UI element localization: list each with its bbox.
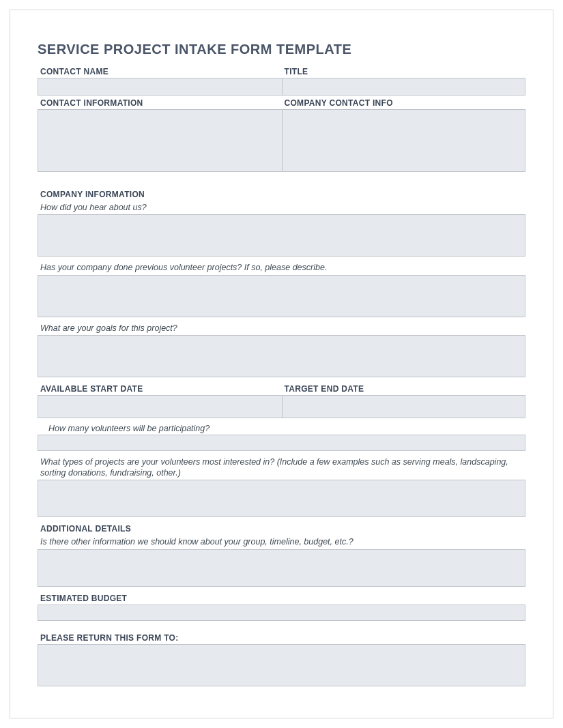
question-volunteer-count: How many volunteers will be participatin… xyxy=(38,422,525,435)
row-contact-name-title: CONTACT NAME TITLE xyxy=(38,64,525,96)
page-title: SERVICE PROJECT INTAKE FORM TEMPLATE xyxy=(38,42,525,57)
input-other-info[interactable] xyxy=(38,549,525,587)
question-other-info: Is there other information we should kno… xyxy=(38,535,525,549)
question-project-interests: What types of projects are your voluntee… xyxy=(38,455,525,480)
input-goals[interactable] xyxy=(38,335,525,377)
input-contact-info[interactable] xyxy=(38,109,282,172)
label-title: TITLE xyxy=(282,64,526,78)
input-company-contact-info[interactable] xyxy=(282,109,526,172)
row-contact-info: CONTACT INFORMATION COMPANY CONTACT INFO xyxy=(38,96,525,172)
input-start-date[interactable] xyxy=(38,395,282,418)
input-volunteer-count[interactable] xyxy=(38,435,525,451)
label-contact-info: CONTACT INFORMATION xyxy=(38,96,282,109)
label-company-information: COMPANY INFORMATION xyxy=(38,187,525,201)
row-dates: AVAILABLE START DATE TARGET END DATE xyxy=(38,381,525,418)
input-estimated-budget[interactable] xyxy=(38,605,525,621)
input-previous-projects[interactable] xyxy=(38,275,525,317)
input-hear-about[interactable] xyxy=(38,214,525,257)
label-return-to: PLEASE RETURN THIS FORM TO: xyxy=(38,630,525,644)
label-estimated-budget: ESTIMATED BUDGET xyxy=(38,591,525,605)
input-title[interactable] xyxy=(282,78,526,96)
input-return-to[interactable] xyxy=(38,644,525,686)
question-previous-projects: Has your company done previous volunteer… xyxy=(38,261,525,274)
input-end-date[interactable] xyxy=(282,395,526,418)
input-project-interests[interactable] xyxy=(38,480,525,517)
label-start-date: AVAILABLE START DATE xyxy=(38,381,282,395)
question-hear-about: How did you hear about us? xyxy=(38,201,525,214)
label-end-date: TARGET END DATE xyxy=(282,381,526,395)
input-contact-name[interactable] xyxy=(38,78,282,96)
label-contact-name: CONTACT NAME xyxy=(38,64,282,78)
label-company-contact-info: COMPANY CONTACT INFO xyxy=(282,96,526,109)
question-goals: What are your goals for this project? xyxy=(38,321,525,335)
form-page: SERVICE PROJECT INTAKE FORM TEMPLATE CON… xyxy=(10,10,553,718)
label-additional-details: ADDITIONAL DETAILS xyxy=(38,521,525,535)
